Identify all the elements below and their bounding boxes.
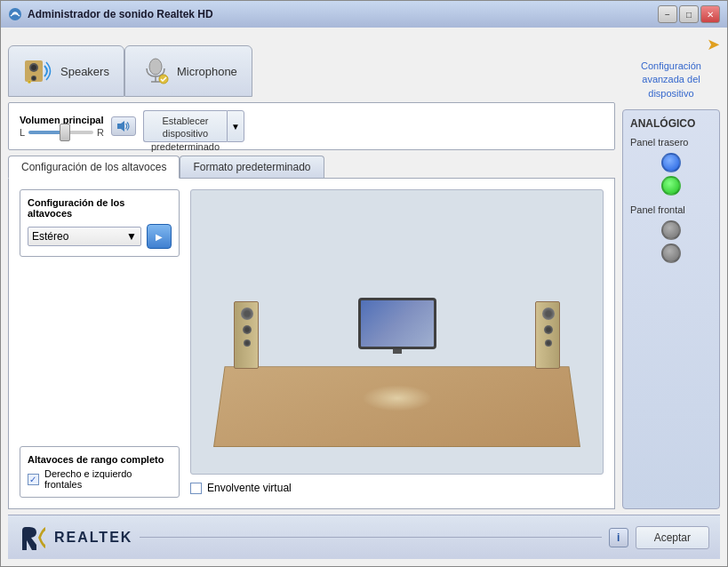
sub-tabs: Configuración de los altavoces Formato p… — [8, 156, 615, 179]
speaker-config-left: Configuración de los altavoces Estéreo ▼… — [20, 189, 180, 498]
volume-section: Volumen principal L R — [8, 102, 615, 150]
app-icon — [8, 7, 22, 21]
full-range-checkbox-row: ✓ Derecho e izquierdo frontales — [28, 468, 172, 490]
connector-gray-1[interactable] — [661, 220, 681, 240]
info-button[interactable]: i — [609, 528, 628, 547]
speaker-left — [234, 301, 259, 369]
minimize-button[interactable]: − — [658, 5, 677, 23]
microphone-tab-label: Microphone — [177, 65, 237, 78]
right-sidebar: ➤ Configuración avanzada del dispositivo… — [622, 35, 720, 509]
main-content: Speakers Microphone — [1, 28, 727, 566]
analog-section: ANALÓGICO Panel trasero Panel frontal — [622, 109, 720, 509]
svg-marker-12 — [117, 121, 124, 132]
main-window: Administrador de sonido Realtek HD − □ ✕ — [0, 0, 728, 567]
speaker-panel: Configuración de los altavoces Estéreo ▼… — [8, 179, 615, 509]
panel-back-label: Panel trasero — [630, 137, 712, 148]
advanced-link-container: ➤ Configuración avanzada del dispositivo — [622, 35, 720, 104]
r-label: R — [97, 127, 104, 138]
advanced-settings-link[interactable]: Configuración avanzada del dispositivo — [622, 56, 720, 104]
connector-green[interactable] — [661, 176, 681, 196]
svg-point-8 — [149, 59, 162, 75]
ok-button[interactable]: Aceptar — [636, 526, 709, 549]
panel-front-label: Panel frontal — [630, 204, 712, 215]
mute-button[interactable] — [111, 116, 136, 136]
content-tabs-container: Configuración de los altavoces Formato p… — [8, 156, 615, 509]
room-visualization — [190, 189, 604, 475]
main-row: Speakers Microphone — [8, 35, 720, 509]
virtual-surround-row: Envolvente virtual — [190, 478, 604, 498]
speaker-config-dropdown[interactable]: Estéreo ▼ — [28, 227, 141, 246]
title-bar: Administrador de sonido Realtek HD − □ ✕ — [1, 1, 727, 28]
volume-slider-container — [28, 131, 93, 134]
analog-title: ANALÓGICO — [630, 117, 712, 130]
set-default-wrapper: Establecer dispositivo predeterminado ▼ — [143, 110, 244, 142]
dropdown-row: Estéreo ▼ ▶ — [28, 224, 172, 249]
window-title: Administrador de sonido Realtek HD — [28, 8, 652, 20]
panel-back: Panel trasero — [630, 137, 712, 196]
speakers-tab-label: Speakers — [60, 65, 109, 78]
sub-tab-config[interactable]: Configuración de los altavoces — [8, 156, 180, 179]
microphone-icon — [140, 55, 172, 87]
full-range-section: Altavoces de rango completo ✓ Derecho e … — [20, 446, 180, 498]
speaker-wave-icon — [116, 120, 131, 132]
config-group-title: Configuración de los altavoces — [28, 197, 172, 219]
floor-highlight — [362, 385, 433, 411]
close-button[interactable]: ✕ — [700, 5, 720, 23]
volume-slider[interactable] — [28, 131, 93, 134]
speaker-config-group: Configuración de los altavoces Estéreo ▼… — [20, 189, 180, 257]
virtual-surround-checkbox[interactable] — [190, 483, 202, 494]
set-default-dropdown[interactable]: ▼ — [227, 110, 244, 142]
realtek-brand: REALTEK — [54, 530, 132, 546]
slider-thumb[interactable] — [60, 124, 70, 141]
play-button[interactable]: ▶ — [147, 224, 172, 249]
left-panel: Speakers Microphone — [8, 35, 615, 509]
virtual-surround-label: Envolvente virtual — [207, 482, 292, 494]
device-tabs: Speakers Microphone — [8, 35, 615, 97]
full-range-checkbox-label: Derecho e izquierdo frontales — [44, 468, 172, 490]
svg-point-7 — [28, 81, 30, 83]
bottom-divider — [140, 537, 601, 538]
bottom-bar: REALTEK i Aceptar — [8, 515, 720, 559]
speaker-right — [535, 301, 560, 369]
connector-blue[interactable] — [661, 153, 681, 172]
arrow-icon: ➤ — [707, 35, 720, 54]
l-label: L — [20, 127, 25, 138]
monitor — [358, 298, 436, 354]
realtek-logo: REALTEK — [19, 525, 132, 550]
set-default-button[interactable]: Establecer dispositivo predeterminado — [143, 110, 227, 142]
sub-tab-format[interactable]: Formato predeterminado — [180, 156, 324, 178]
tab-speakers[interactable]: Speakers — [8, 45, 124, 97]
speakers-icon — [23, 55, 55, 87]
svg-point-3 — [31, 65, 36, 70]
maximize-button[interactable]: □ — [679, 5, 699, 23]
panel-front: Panel frontal — [630, 204, 712, 263]
room-viz-container: Envolvente virtual — [190, 189, 604, 498]
realtek-icon — [19, 525, 47, 550]
full-range-label: Altavoces de rango completo — [28, 454, 172, 465]
connector-gray-2[interactable] — [661, 244, 681, 263]
svg-point-5 — [32, 76, 36, 80]
full-range-checkbox[interactable]: ✓ — [28, 474, 39, 485]
window-controls: − □ ✕ — [658, 5, 720, 23]
tab-microphone[interactable]: Microphone — [124, 45, 252, 97]
